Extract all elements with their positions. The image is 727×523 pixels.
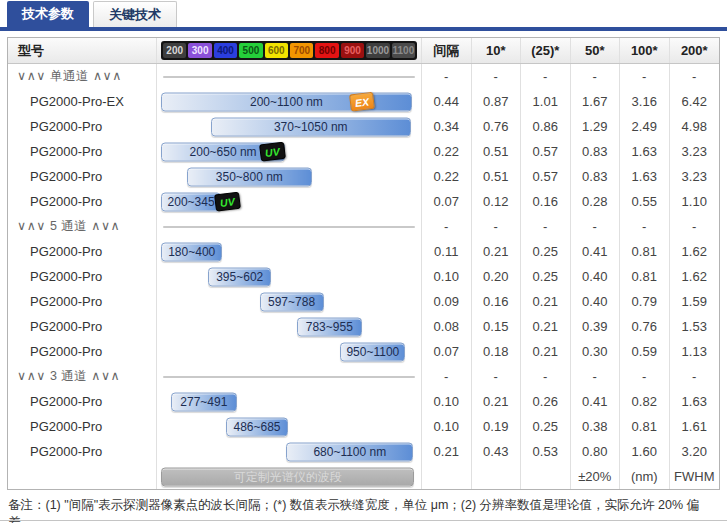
value-cell: 0.19 [472, 414, 522, 439]
model-column-header: 型号 [8, 38, 157, 63]
value-cell: 0.44 [422, 89, 472, 114]
value-cell: 0.81 [620, 264, 670, 289]
value-cell: 1.62 [670, 239, 720, 264]
spectrum-tick-500: 500 [239, 43, 262, 58]
value-cell: - [571, 364, 621, 389]
value-cell: 0.21 [422, 439, 472, 464]
section-label: ∨∧∨ 单通道 ∧∨∧ [8, 64, 157, 89]
wavelength-cell: 200~345UV [157, 189, 422, 214]
wavelength-range-bar: 200~1100 nm [161, 92, 412, 111]
wavelength-cell [157, 364, 422, 389]
value-cell: 0.21 [521, 314, 571, 339]
spectrum-tick-300: 300 [188, 43, 211, 58]
value-cell [472, 464, 522, 489]
spectrum-tick-800: 800 [315, 43, 338, 58]
value-cell: 1.62 [670, 264, 720, 289]
spectrum-tick-1100: 1100 [392, 43, 415, 58]
value-cell: 0.25 [521, 264, 571, 289]
value-cell: 0.21 [472, 389, 522, 414]
value-cell: 0.21 [521, 339, 571, 364]
wavelength-cell: 680~1100 nm [157, 439, 422, 464]
wavelength-cell: 486~685 [157, 414, 422, 439]
wavelength-cell: 950~1100 [157, 339, 422, 364]
value-cell: 0.10 [422, 264, 472, 289]
spectrum-tick-600: 600 [265, 43, 288, 58]
value-column-header: 50* [571, 38, 621, 63]
tab-key-technology[interactable]: 关键技术 [93, 1, 177, 27]
value-cell: - [620, 214, 670, 239]
value-cell: 1.67 [571, 89, 621, 114]
wavelength-cell: 395~602 [157, 264, 422, 289]
model-name: PG2000-Pro [8, 314, 157, 339]
wavelength-range-bar: 180~400 [161, 242, 222, 261]
wavelength-cell: 597~788 [157, 289, 422, 314]
value-cell: 0.18 [472, 339, 522, 364]
value-cell: 0.40 [571, 289, 621, 314]
value-cell: 3.23 [670, 139, 720, 164]
table-row: PG2000-Pro395~6020.100.200.250.400.811.6… [8, 264, 719, 289]
value-cell: 0.51 [472, 164, 522, 189]
wavelength-range-bar: 350~800 nm [187, 167, 312, 186]
model-name: PG2000-Pro [8, 439, 157, 464]
value-cell [521, 464, 571, 489]
value-cell: 0.10 [422, 414, 472, 439]
value-cell: 0.10 [422, 389, 472, 414]
wavelength-cell: 200~1100 nmEX [157, 89, 422, 114]
wavelength-range-bar: 597~788 [260, 292, 324, 311]
wavelength-range-bar: 370~1050 nm [211, 117, 411, 136]
value-cell: 0.25 [521, 414, 571, 439]
value-cell: 6.42 [670, 89, 720, 114]
wavelength-cell: 370~1050 nm [157, 114, 422, 139]
value-cell: 1.63 [620, 139, 670, 164]
value-cell: - [521, 364, 571, 389]
value-cell: 0.76 [472, 114, 522, 139]
model-name: PG2000-Pro [8, 164, 157, 189]
ex-badge-icon: EX [349, 91, 375, 111]
value-column-header: 间隔 [422, 38, 472, 63]
value-column-header: 200* [670, 38, 720, 63]
table-row: PG2000-Pro370~1050 nm0.340.760.861.292.4… [8, 114, 719, 139]
table-row: PG2000-Pro277~4910.100.210.260.410.821.6… [8, 389, 719, 414]
value-cell: 0.57 [521, 139, 571, 164]
value-cell: 0.21 [472, 239, 522, 264]
model-name: PG2000-Pro [8, 289, 157, 314]
spectrum-tick-1000: 1000 [366, 43, 389, 58]
table-row: PG2000-Pro200~650 nmUV0.220.510.570.831.… [8, 139, 719, 164]
value-cell: - [670, 364, 720, 389]
value-cell: 0.79 [620, 289, 670, 314]
tab-bar: 技术参数关键技术 [0, 0, 727, 27]
value-cell: 4.98 [670, 114, 720, 139]
value-cell: (nm) [620, 464, 670, 489]
spectrum-tick-900: 900 [341, 43, 364, 58]
value-cell: 1.61 [670, 414, 720, 439]
value-cell: - [571, 64, 621, 89]
model-name: PG2000-Pro [8, 339, 157, 364]
wavelength-cell: 可定制光谱仪的波段 [157, 464, 422, 489]
value-cell: 0.40 [571, 264, 621, 289]
tab-technical-parameters[interactable]: 技术参数 [7, 1, 89, 27]
value-cell: FWHM [670, 464, 720, 489]
value-cell: 0.80 [571, 439, 621, 464]
value-cell: 0.22 [422, 139, 472, 164]
wavelength-range-bar: 395~602 [208, 267, 271, 286]
value-cell: - [422, 214, 472, 239]
value-cell: 0.30 [571, 339, 621, 364]
value-cell: - [422, 64, 472, 89]
table-row: ∨∧∨ 单通道 ∧∨∧------ [8, 64, 719, 89]
value-cell: 0.57 [521, 164, 571, 189]
value-cell: 0.41 [571, 389, 621, 414]
wavelength-range-bar: 680~1100 nm [286, 442, 413, 461]
model-name: PG2000-Pro [8, 264, 157, 289]
value-cell: 0.86 [521, 114, 571, 139]
value-cell: 0.81 [620, 239, 670, 264]
value-cell: 1.60 [620, 439, 670, 464]
model-name: PG2000-Pro-EX [8, 89, 157, 114]
custom-range-bar: 可定制光谱仪的波段 [161, 467, 414, 486]
value-cell: - [571, 214, 621, 239]
value-cell: 0.21 [521, 289, 571, 314]
value-cell: 0.76 [620, 314, 670, 339]
value-cell: - [422, 364, 472, 389]
value-cell: 0.34 [422, 114, 472, 139]
value-cell: 0.39 [571, 314, 621, 339]
value-cell: 1.53 [670, 314, 720, 339]
